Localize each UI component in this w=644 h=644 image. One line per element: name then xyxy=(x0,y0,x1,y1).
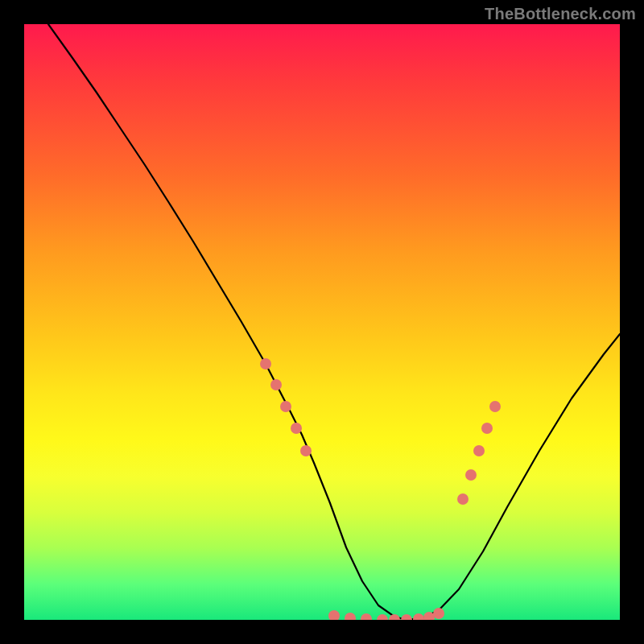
sample-dot xyxy=(300,445,312,456)
sample-dot xyxy=(481,423,493,434)
sample-dot xyxy=(473,445,485,456)
sample-dot xyxy=(377,614,388,620)
sample-dot xyxy=(401,614,412,620)
sample-dot xyxy=(413,613,424,620)
sample-dot xyxy=(465,469,477,481)
sample-dot xyxy=(291,423,302,434)
sample-dot xyxy=(389,614,400,620)
sample-dot xyxy=(489,401,501,412)
sample-dot xyxy=(345,613,356,620)
curve-svg xyxy=(24,24,620,620)
sample-dot xyxy=(328,610,340,620)
sample-dot xyxy=(280,401,291,412)
sample-dot xyxy=(457,493,469,505)
sample-dot xyxy=(433,608,444,619)
bottleneck-curve xyxy=(48,24,620,620)
sample-dot xyxy=(260,358,271,369)
sample-dot xyxy=(270,379,282,390)
watermark-text: TheBottleneck.com xyxy=(485,5,636,23)
chart-frame: TheBottleneck.com xyxy=(0,0,644,644)
sample-dot xyxy=(361,613,372,620)
plot-area xyxy=(24,24,620,620)
